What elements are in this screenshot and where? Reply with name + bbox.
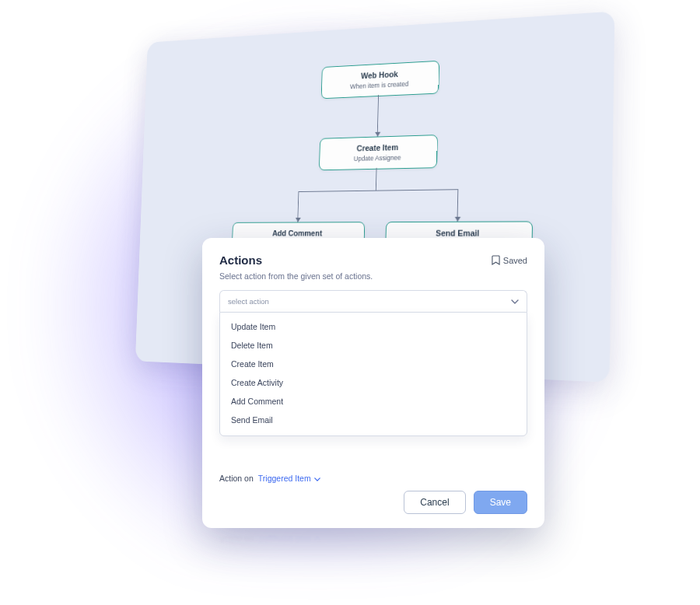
bookmark-icon [492, 255, 500, 265]
actions-modal: Actions Saved Select action from the giv… [202, 238, 544, 528]
select-placeholder: select action [228, 297, 269, 306]
cancel-button[interactable]: Cancel [404, 491, 465, 514]
node-title: Send Email [390, 229, 527, 239]
action-select-list: Update Item Delete Item Create Item Crea… [219, 312, 527, 436]
connector [298, 189, 458, 192]
option-create-activity[interactable]: Create Activity [225, 373, 522, 392]
node-subtitle: Update Assignee [324, 153, 432, 164]
node-title: Add Comment [236, 229, 360, 239]
flow-node-create-item[interactable]: Create Item Update Assignee [319, 135, 438, 170]
chevron-down-icon [314, 474, 320, 483]
action-on-select-reflect: Triggered Item [258, 535, 320, 544]
action-on-label: Action on [219, 474, 254, 483]
flow-node-webhook[interactable]: Web Hook When item is created [321, 61, 439, 99]
chevron-down-icon [314, 535, 320, 544]
option-send-email[interactable]: Send Email [225, 411, 522, 429]
action-on-select[interactable]: Triggered Item [258, 474, 320, 483]
node-title: Create Item [324, 142, 433, 155]
modal-subtext: Select action from the given set of acti… [219, 271, 527, 281]
action-on-label-reflect: Action on [219, 535, 254, 544]
option-create-item[interactable]: Create Item [225, 355, 522, 373]
option-add-comment[interactable]: Add Comment [225, 392, 522, 411]
action-on-value-reflect: Triggered Item [258, 535, 311, 544]
connector [376, 168, 377, 191]
saved-label: Saved [503, 256, 527, 265]
action-on-value: Triggered Item [258, 474, 311, 483]
option-update-item[interactable]: Update Item [225, 317, 522, 336]
save-button[interactable]: Save [474, 491, 527, 514]
connector [377, 95, 379, 137]
option-delete-item[interactable]: Delete Item [225, 336, 522, 355]
modal-title: Actions [219, 254, 262, 267]
chevron-down-icon [511, 297, 519, 306]
action-select[interactable]: select action [219, 290, 527, 312]
saved-status: Saved [492, 255, 527, 265]
